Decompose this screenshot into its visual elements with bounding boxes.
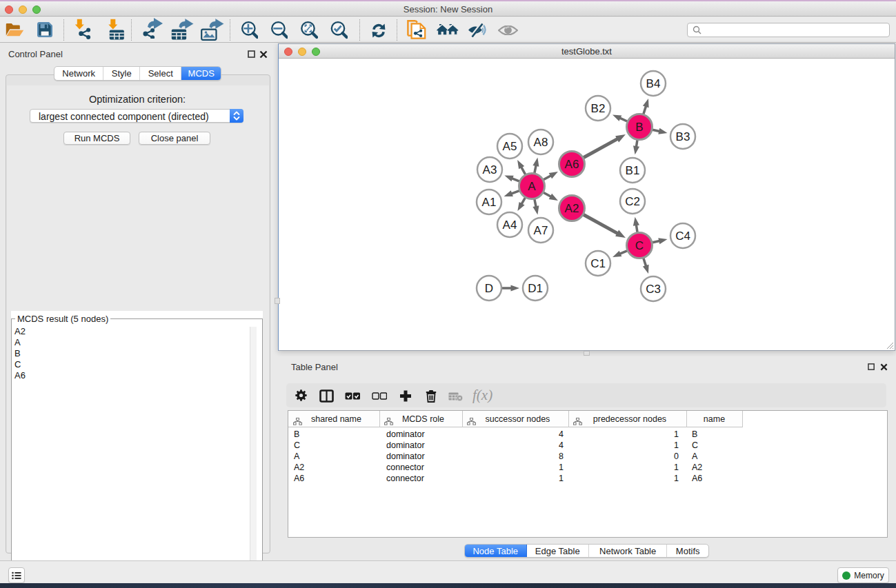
svg-text:D: D — [485, 282, 493, 295]
svg-text:B: B — [635, 121, 643, 134]
svg-text:A5: A5 — [503, 140, 517, 153]
svg-text:C: C — [635, 239, 644, 252]
svg-text:A7: A7 — [534, 224, 548, 237]
svg-text:C1: C1 — [590, 257, 606, 270]
svg-text:C3: C3 — [646, 283, 661, 296]
svg-text:A4: A4 — [503, 219, 517, 232]
svg-text:B3: B3 — [676, 130, 690, 143]
svg-text:D1: D1 — [528, 282, 543, 295]
svg-text:A1: A1 — [482, 196, 497, 209]
svg-text:A2: A2 — [565, 202, 579, 215]
svg-text:A3: A3 — [483, 163, 497, 176]
svg-text:B4: B4 — [646, 77, 661, 90]
svg-text:B1: B1 — [626, 164, 640, 177]
svg-text:C4: C4 — [675, 230, 690, 243]
svg-text:A: A — [528, 180, 536, 193]
svg-text:C2: C2 — [625, 195, 640, 208]
svg-text:A8: A8 — [534, 136, 548, 149]
svg-text:B2: B2 — [591, 102, 606, 115]
svg-text:A6: A6 — [565, 158, 579, 171]
